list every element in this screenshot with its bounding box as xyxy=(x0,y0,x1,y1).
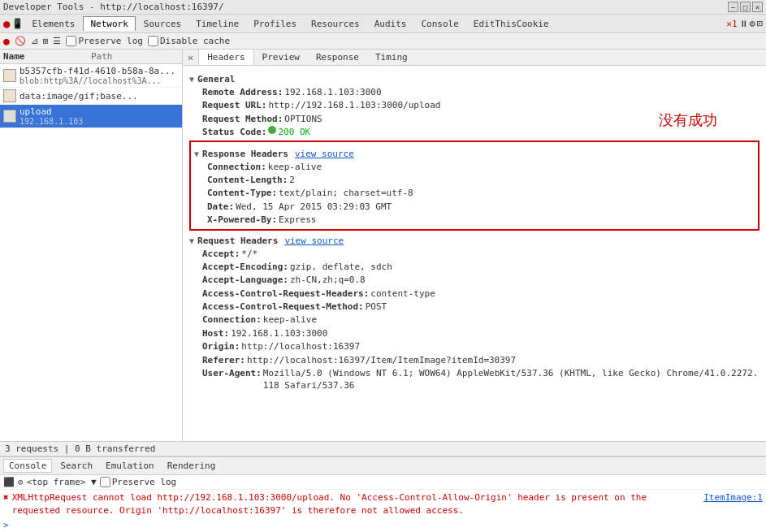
request-type-icon xyxy=(3,69,16,82)
console-input-field[interactable] xyxy=(12,520,763,530)
filter-icon[interactable]: ⊿ xyxy=(31,36,38,46)
request-header-row: Connection: keep-alive xyxy=(202,314,760,326)
search-tab[interactable]: Search xyxy=(55,460,97,472)
request-header-row: Accept-Language: zh-CN,zh;q=0.8 xyxy=(202,274,760,286)
preserve-log-label[interactable]: Preserve log xyxy=(66,36,142,46)
general-section-header[interactable]: ▼ General xyxy=(189,74,760,84)
settings-icon[interactable]: ⚙ xyxy=(750,18,755,29)
rendering-tab[interactable]: Rendering xyxy=(162,460,221,472)
minimize-button[interactable]: − xyxy=(728,2,738,12)
response-headers-rows: Connection: keep-aliveContent-Length: 2C… xyxy=(194,161,755,227)
request-header-row: Host: 192.168.1.103:3000 xyxy=(202,327,760,340)
status-green-icon xyxy=(268,126,276,134)
request-type-icon xyxy=(3,110,16,123)
header-value: Express xyxy=(279,214,316,226)
record-network-icon[interactable]: ● xyxy=(3,35,10,47)
dock-icon[interactable]: ⊡ xyxy=(757,18,763,29)
header-value: zh-CN,zh;q=0.8 xyxy=(290,274,366,286)
view-source-link[interactable]: view source xyxy=(295,149,354,159)
tab-sources[interactable]: Sources xyxy=(137,17,188,31)
header-key: User-Agent: xyxy=(202,367,262,392)
title-text: Developer Tools - http://localhost:16397… xyxy=(3,2,728,12)
tab-editthiscookie[interactable]: EditThisCookie xyxy=(467,17,556,31)
console-stop-icon[interactable]: ⬛ xyxy=(3,477,15,487)
console-tab[interactable]: Console xyxy=(3,459,52,473)
request-url-value: http://192.168.1.103:3000/upload xyxy=(268,99,440,111)
request-headers-title: Request Headers xyxy=(197,236,278,246)
header-key: Content-Type: xyxy=(207,187,277,199)
triangle-icon: ▼ xyxy=(189,236,194,245)
request-name: b5357cfb-f41d-4610-b58a-8a... xyxy=(19,66,179,76)
request-headers-section-header[interactable]: ▼ Request Headers view source xyxy=(189,236,760,246)
tab-headers[interactable]: Headers xyxy=(198,50,253,65)
detail-tabs: ✕ Headers Preview Response Timing xyxy=(183,50,766,66)
request-header-row: Accept-Encoding: gzip, deflate, sdch xyxy=(202,261,760,273)
header-value: http://localhost:16397/Item/ItemImage?it… xyxy=(247,354,516,366)
header-key: Accept-Language: xyxy=(202,274,288,286)
maximize-button[interactable]: □ xyxy=(740,2,751,12)
header-value: gzip, deflate, sdch xyxy=(290,261,392,273)
list-header: Name Path xyxy=(0,50,182,64)
tab-resources[interactable]: Resources xyxy=(305,17,366,31)
close-button[interactable]: ✕ xyxy=(752,2,763,12)
request-header-row: Access-Control-Request-Method: POST xyxy=(202,301,760,313)
list-item[interactable]: upload 192.168.1.103 xyxy=(0,105,182,128)
bottom-console: Console Search Emulation Rendering ⬛ ⊘ <… xyxy=(0,456,766,532)
header-value: 2 xyxy=(289,174,295,186)
console-filter-icon[interactable]: ⊘ xyxy=(18,477,24,487)
tab-preview[interactable]: Preview xyxy=(254,50,308,65)
tab-elements[interactable]: Elements xyxy=(25,17,81,31)
remote-address-row: Remote Address: 192.168.1.103:3000 xyxy=(202,86,760,98)
window-controls[interactable]: − □ ✕ xyxy=(728,2,763,12)
request-header-row: Origin: http://localhost:16397 xyxy=(202,340,760,353)
clear-network-icon[interactable]: 🚫 xyxy=(15,36,26,46)
top-frame-selector[interactable]: <top frame> ▼ xyxy=(27,477,97,487)
preserve-log2-label[interactable]: Preserve log xyxy=(100,477,176,487)
preserve-log2-checkbox[interactable] xyxy=(100,477,110,487)
list-item[interactable]: b5357cfb-f41d-4610-b58a-8a... blob:http%… xyxy=(0,64,182,88)
response-header-row: X-Powered-By: Express xyxy=(207,214,755,226)
request-header-row: Referer: http://localhost:16397/Item/Ite… xyxy=(202,354,760,366)
header-value: content-type xyxy=(370,288,435,300)
general-title: General xyxy=(197,74,235,84)
response-header-row: Content-Length: 2 xyxy=(207,174,755,186)
disable-cache-label[interactable]: Disable cache xyxy=(148,36,230,46)
triangle-icon: ▼ xyxy=(189,75,194,84)
left-panel: Name Path b5357cfb-f41d-4610-b58a-8a... … xyxy=(0,50,183,441)
tab-timing[interactable]: Timing xyxy=(367,50,416,65)
disable-cache-checkbox[interactable] xyxy=(148,36,158,46)
record-icon: ● xyxy=(3,17,10,30)
tab-audits[interactable]: Audits xyxy=(368,17,413,31)
header-value: 192.168.1.103:3000 xyxy=(231,327,327,340)
request-header-row: Accept: */* xyxy=(202,248,760,260)
main-toolbar: ● 📱 Elements Network Sources Timeline Pr… xyxy=(0,15,766,33)
error-badge: ✕1 xyxy=(726,19,737,29)
console-prompt: > xyxy=(0,518,766,532)
console-toolbar: Console Search Emulation Rendering xyxy=(0,457,766,475)
tab-timeline[interactable]: Timeline xyxy=(189,17,245,31)
header-key: Origin: xyxy=(202,340,240,353)
request-method-value: OPTIONS xyxy=(284,113,322,125)
tab-profiles[interactable]: Profiles xyxy=(247,17,303,31)
header-key: Connection: xyxy=(207,161,266,173)
emulation-tab[interactable]: Emulation xyxy=(101,460,159,472)
preserve-log-checkbox[interactable] xyxy=(66,36,76,46)
tab-console[interactable]: Console xyxy=(414,17,465,31)
more-icon[interactable]: ☰ xyxy=(53,36,61,46)
console-messages: ✖ XMLHttpRequest cannot load http://192.… xyxy=(0,490,766,518)
detail-content: 没有成功 ▼ General Remote Address: 192.168.1… xyxy=(183,66,766,441)
list-item[interactable]: data:image/gif;base... xyxy=(0,88,182,105)
mobile-icon[interactable]: 📱 xyxy=(11,18,24,29)
request-view-source-link[interactable]: view source xyxy=(284,236,344,246)
close-detail-icon[interactable]: ✕ xyxy=(183,50,198,65)
header-key: Accept: xyxy=(202,248,240,260)
prompt-icon: > xyxy=(3,520,9,530)
request-path: 192.168.1.103 xyxy=(19,117,179,126)
response-headers-section-header[interactable]: ▼ Response Headers view source xyxy=(194,149,755,159)
error-source-link[interactable]: ItemImage:1 xyxy=(703,491,763,504)
error-icon: ✖ xyxy=(3,491,9,504)
tab-response[interactable]: Response xyxy=(308,50,367,65)
title-bar: Developer Tools - http://localhost:16397… xyxy=(0,0,766,15)
capture-icon[interactable]: ⊞ xyxy=(43,36,49,46)
tab-network[interactable]: Network xyxy=(83,16,135,31)
